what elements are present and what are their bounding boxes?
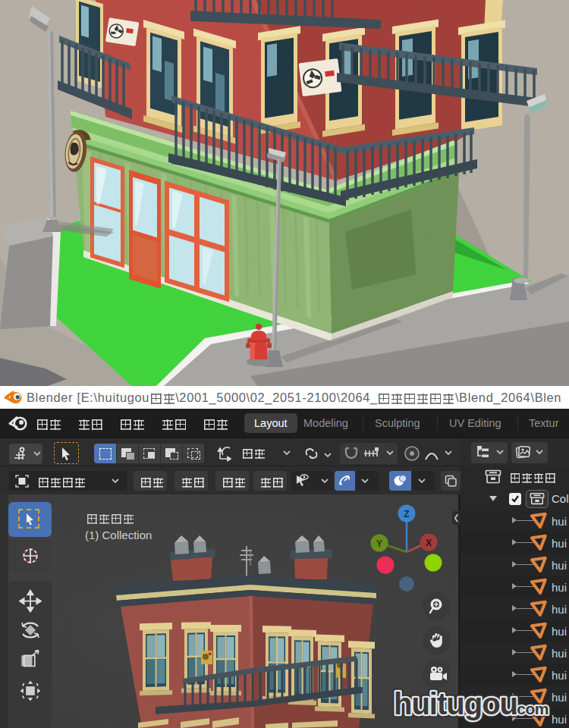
svg-text:huitugou: huitugou — [394, 687, 517, 720]
svg-text:Y: Y — [376, 538, 382, 549]
svg-text:Z: Z — [404, 509, 409, 519]
svg-text:X: X — [426, 538, 432, 548]
svg-text:.com: .com — [513, 700, 549, 717]
